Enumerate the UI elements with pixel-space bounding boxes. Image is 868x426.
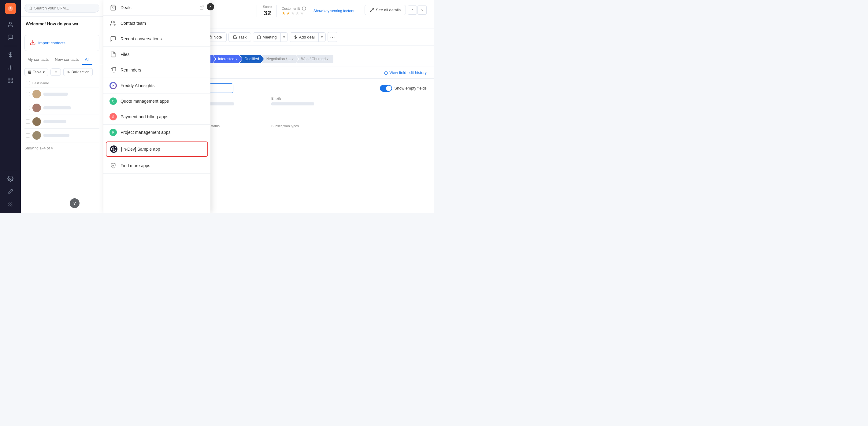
import-contacts-btn[interactable]: Import contacts	[25, 35, 99, 51]
sidebar-icon-settings[interactable]	[5, 173, 16, 184]
field-empty-3	[271, 110, 346, 121]
row-checkbox-1[interactable]	[26, 92, 30, 96]
table-row[interactable]	[25, 129, 99, 142]
deals-icon	[110, 4, 117, 11]
table-row[interactable]	[25, 101, 99, 115]
dropdown-item-freddy-ai[interactable]: Freddy AI insights	[103, 78, 210, 94]
sidebar-icon-contacts[interactable]	[5, 19, 16, 30]
info-icon[interactable]	[302, 6, 306, 11]
col-name: Last name	[32, 81, 49, 85]
add-deal-btn[interactable]: Add deal	[290, 33, 318, 41]
dropdown-item-find-apps[interactable]: Find more apps	[103, 158, 210, 173]
search-bar-section	[21, 0, 103, 17]
toggle-knob	[386, 86, 392, 91]
svg-point-14	[11, 205, 12, 206]
welcome-text: Welcome! How do you wa	[26, 22, 98, 26]
add-deal-dropdown-btn[interactable]: ▾	[318, 33, 326, 41]
dropdown-close-btn[interactable]: ×	[207, 3, 214, 10]
table-label: Table	[33, 70, 41, 74]
task-icon	[233, 35, 237, 39]
score-section: Score 32 Customer fit ★ ★ ★ ★ ★	[257, 5, 360, 17]
note-label: Note	[214, 35, 222, 39]
tab-my-contacts[interactable]: My contacts	[25, 55, 52, 65]
add-deal-btn-group: Add deal ▾	[290, 32, 326, 42]
tab-new-contacts[interactable]: New contacts	[52, 55, 82, 65]
help-button[interactable]: ?	[70, 198, 80, 208]
svg-point-1	[9, 22, 11, 25]
task-btn[interactable]: Task	[228, 32, 251, 42]
stage-won-churned[interactable]: Won / Churned ▾	[296, 55, 333, 63]
dropdown-reminders-label: Reminders	[121, 68, 141, 72]
dropdown-quote-label: Quote management apps	[121, 99, 169, 104]
stage-negotiation[interactable]: Negotiation / ... ▾	[261, 55, 299, 63]
deals-external-icon	[199, 5, 204, 10]
meeting-btn[interactable]: Meeting	[253, 33, 280, 41]
row-checkbox-4[interactable]	[26, 133, 30, 137]
bulk-action-icon	[67, 70, 70, 74]
search-input[interactable]	[34, 6, 95, 10]
svg-point-43	[111, 21, 114, 23]
dropdown-menu: × Deals Contact team Recent conversation…	[103, 0, 210, 213]
sidebar-bottom	[4, 169, 17, 210]
svg-rect-18	[28, 71, 31, 74]
freddy-ai-icon	[110, 82, 117, 89]
row-checkbox-3[interactable]	[26, 120, 30, 124]
field-empty-4	[351, 110, 427, 121]
sidebar-icon-rocket[interactable]	[5, 186, 16, 197]
view-history-label: View field edit history	[389, 70, 427, 75]
header-checkbox[interactable]	[26, 81, 30, 85]
dropdown-item-reminders[interactable]: Reminders	[103, 62, 210, 78]
svg-point-13	[9, 205, 10, 206]
svg-line-16	[31, 9, 32, 9]
table-row[interactable]	[25, 115, 99, 129]
dropdown-item-project[interactable]: P Project management apps	[103, 125, 210, 140]
conversations-icon	[110, 35, 117, 42]
search-input-wrap[interactable]	[25, 4, 99, 12]
meeting-dropdown-btn[interactable]: ▾	[280, 33, 287, 41]
more-actions-btn[interactable]: ⋯	[328, 32, 337, 42]
show-empty-switch[interactable]	[380, 85, 392, 92]
dropdown-item-payment[interactable]: $ Payment and billing apps	[103, 109, 210, 125]
stage-interested[interactable]: Interested ▾	[213, 55, 242, 63]
stage-won-churned-label: Won / Churned	[301, 57, 326, 61]
show-empty-label: Show empty fields	[395, 86, 427, 91]
see-all-details-btn[interactable]: See all details	[365, 5, 406, 15]
prev-arrow[interactable]: ‹	[408, 5, 417, 15]
avatar-2	[32, 104, 41, 112]
star-2: ★	[286, 11, 290, 15]
quote-management-icon: Q	[110, 97, 117, 105]
import-contacts-label: Import contacts	[38, 41, 65, 45]
customer-fit-label: Customer fit	[282, 7, 300, 10]
view-history-link[interactable]: View field edit history	[384, 70, 427, 75]
show-key-factors[interactable]: Show key scoring factors	[313, 9, 354, 13]
row-checkbox-2[interactable]	[26, 106, 30, 110]
dropdown-sample-app-label: [In-Dev] Sample app	[121, 147, 160, 152]
sidebar-icon-reports[interactable]	[5, 62, 16, 73]
tab-all[interactable]: All	[82, 55, 92, 65]
dropdown-item-sample-app[interactable]: [In-Dev] Sample app	[106, 141, 208, 157]
dropdown-item-quote[interactable]: Q Quote management apps	[103, 94, 210, 109]
sidebar-icon-grid[interactable]	[5, 75, 16, 86]
meeting-btn-group: Meeting ▾	[253, 32, 287, 42]
sidebar-icon-messages[interactable]	[5, 32, 16, 43]
dropdown-item-conversations[interactable]: Recent conversations	[103, 31, 210, 47]
project-management-icon: P	[110, 129, 117, 136]
sidebar-icon-apps[interactable]	[5, 199, 16, 210]
customer-fit-row: Customer fit	[282, 6, 306, 11]
next-arrow[interactable]: ›	[417, 5, 427, 15]
dropdown-item-contact-team[interactable]: Contact team	[103, 15, 210, 31]
field-emails-label: Emails	[271, 97, 346, 100]
bulk-action-btn[interactable]: Bulk action	[63, 68, 93, 76]
svg-rect-9	[11, 81, 13, 83]
stage-interested-label: Interested	[218, 57, 234, 61]
columns-btn[interactable]	[51, 68, 61, 76]
dropdown-item-files[interactable]: Files	[103, 47, 210, 62]
sample-app-icon	[110, 145, 118, 153]
table-row[interactable]	[25, 88, 99, 101]
sidebar-logo[interactable]	[5, 3, 16, 14]
sidebar-icon-deals[interactable]	[5, 49, 16, 60]
field-subscription-types-label: Subscription types	[271, 124, 346, 128]
table-view-btn[interactable]: Table ▾	[25, 68, 48, 76]
stage-qualified[interactable]: Qualified	[240, 55, 264, 63]
dropdown-item-deals[interactable]: Deals	[103, 0, 210, 15]
